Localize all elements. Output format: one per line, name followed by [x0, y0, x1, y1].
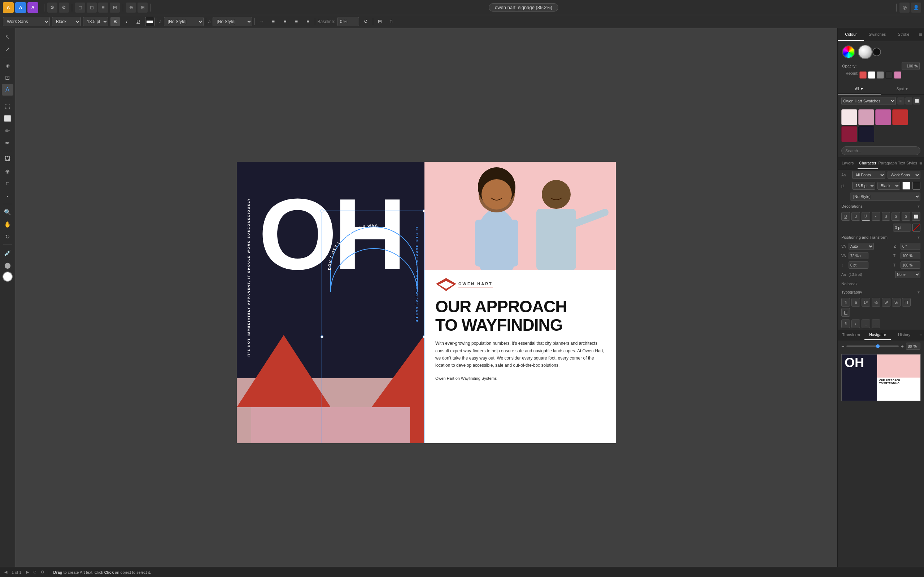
t-input[interactable] — [901, 252, 921, 259]
tab-swatches[interactable]: Swatches — [864, 28, 890, 41]
direct-select-tool[interactable]: ↗ — [2, 43, 13, 55]
align-btn[interactable]: ⊕ — [126, 3, 136, 13]
swatches-tab-spot[interactable]: Spot ▼ — [881, 84, 924, 95]
select-tool[interactable]: ↖ — [2, 31, 13, 43]
pan-tool[interactable]: ✋ — [2, 219, 13, 230]
char-size-select[interactable]: 13.5 pt — [852, 182, 875, 190]
panel-menu-btn[interactable]: ≡ — [917, 28, 924, 41]
zoom-minus-btn[interactable]: − — [842, 343, 844, 349]
app-logo-1[interactable]: A — [3, 2, 14, 13]
deco-strike-1[interactable]: S — [882, 212, 890, 221]
tab-text-styles[interactable]: Text Styles — [898, 157, 918, 169]
document-title-btn[interactable]: owen hart_signage (89.2%) — [489, 3, 558, 11]
deco-underline-3[interactable]: U — [861, 212, 870, 221]
settings-btn-2[interactable]: ⚙ — [59, 3, 69, 13]
grid-btn[interactable]: ⊞ — [137, 3, 148, 13]
swatch-dark-red[interactable] — [842, 126, 857, 142]
char-no-style-select[interactable]: [No Style] — [850, 193, 921, 200]
swatch-dark-navy[interactable] — [858, 126, 874, 142]
va2-input[interactable] — [848, 252, 868, 259]
typo-fi[interactable]: fi — [842, 298, 850, 306]
typo-tt2[interactable]: T͜T — [842, 308, 850, 317]
canvas-area[interactable]: OH IT'S NOT IMMEDIATELY APPARENT, IT SHO… — [15, 28, 837, 577]
fill-tool[interactable]: ⬩ — [2, 190, 13, 201]
deco-underline-1[interactable]: U — [842, 212, 850, 221]
zoom-plus-btn[interactable]: + — [901, 343, 904, 349]
settings-btn-1[interactable]: ⚙ — [47, 3, 57, 13]
swatches-large-view[interactable]: ⬜ — [913, 97, 921, 105]
tab-navigator[interactable]: Navigator — [864, 330, 891, 340]
t2-input[interactable] — [901, 261, 921, 269]
fill-color-tool[interactable]: ⬤ — [2, 259, 13, 271]
share-btn[interactable]: ◎ — [900, 3, 909, 13]
typo-extra-3[interactable]: _ — [861, 319, 870, 328]
nav-zoom-input[interactable] — [906, 343, 921, 350]
char-style-select-2[interactable]: Black — [877, 182, 900, 190]
colour-circle-white[interactable] — [858, 45, 872, 59]
typo-italic[interactable]: a — [851, 298, 860, 306]
place-tool[interactable]: ⊕ — [2, 166, 13, 177]
swatch-medium-pink[interactable] — [858, 109, 874, 125]
prev-page-btn[interactable]: ◀ — [4, 570, 7, 574]
typo-super[interactable]: 1st — [861, 298, 870, 306]
swatch-red[interactable] — [892, 109, 908, 125]
char-color-swatch-white[interactable] — [902, 182, 910, 190]
view-btn-2[interactable]: ◻ — [87, 3, 97, 13]
app-logo-2[interactable]: A — [15, 2, 26, 13]
transform-tool[interactable]: ⊡ — [2, 72, 13, 83]
rotate-tool[interactable]: ↻ — [2, 231, 13, 242]
user-btn[interactable]: 👤 — [911, 3, 921, 13]
sel-handle-ml[interactable] — [320, 335, 323, 338]
typo-extra-1[interactable]: fi — [842, 319, 850, 328]
align-left-btn[interactable]: ≡ — [268, 17, 278, 26]
next-page-btn[interactable]: ▶ — [26, 570, 29, 574]
opacity-input[interactable] — [901, 62, 920, 70]
bold-button[interactable]: B — [110, 17, 120, 26]
char-style-select[interactable]: [No Style] — [164, 17, 204, 26]
recent-color-5[interactable] — [894, 71, 901, 79]
deco-size-input[interactable] — [893, 224, 911, 232]
recent-color-4[interactable] — [885, 71, 893, 79]
text-tool[interactable]: A — [2, 84, 13, 95]
kern-input[interactable] — [848, 261, 868, 269]
transform-text-btn[interactable]: ⊞ — [375, 17, 385, 26]
node-tool[interactable]: ◈ — [2, 60, 13, 71]
frame-tool[interactable]: ⬚ — [2, 100, 13, 112]
swatches-tab-all[interactable]: All ▼ — [838, 84, 881, 95]
tracking-btn[interactable]: ↔ — [257, 17, 267, 26]
swatch-magenta[interactable] — [875, 109, 891, 125]
view-btn-1[interactable]: ◻ — [75, 3, 85, 13]
deco-underline-2[interactable]: U — [851, 212, 860, 221]
italic-button[interactable]: I — [122, 17, 131, 26]
baseline-input[interactable] — [338, 17, 359, 26]
page-settings-btn[interactable]: ⚙ — [41, 570, 44, 574]
typo-extra-4[interactable]: … — [872, 319, 880, 328]
para-style-select[interactable]: [No Style] — [213, 17, 252, 26]
typo-half[interactable]: ½ — [872, 298, 880, 306]
footer-link[interactable]: Owen Hart on Wayfinding Systems — [435, 376, 497, 382]
pen-tool[interactable]: ✒ — [2, 137, 13, 148]
typo-tt[interactable]: TT — [902, 298, 911, 306]
angle-input[interactable] — [901, 243, 921, 250]
zoom-tool[interactable]: 🔍 — [2, 206, 13, 218]
font-size-select[interactable]: 13.5 pt — [83, 17, 108, 26]
view-btn-3[interactable]: ≡ — [98, 3, 108, 13]
colour-circle-dark[interactable] — [872, 48, 881, 56]
pencil-tool[interactable]: ✏ — [2, 125, 13, 136]
tab-colour[interactable]: Colour — [838, 28, 864, 41]
recent-color-3[interactable] — [877, 71, 884, 79]
tab-history[interactable]: History — [891, 330, 918, 340]
char-font-family-select[interactable]: All Fonts — [852, 171, 885, 179]
reset-btn[interactable]: ↺ — [361, 17, 371, 26]
deco-box[interactable]: ⬜ — [912, 212, 921, 221]
tab-layers[interactable]: Layers — [838, 157, 858, 169]
underline-button[interactable]: U — [134, 17, 143, 26]
colour-wheel[interactable] — [842, 45, 855, 58]
font-family-select[interactable]: Work Sans — [3, 17, 50, 26]
swatches-grid-view[interactable]: ⊞ — [897, 97, 905, 105]
positioning-header[interactable]: Positioning and Transform ▼ — [838, 233, 924, 242]
nav-zoom-slider[interactable] — [846, 345, 899, 347]
opentype-btn[interactable]: fi — [387, 17, 396, 26]
typo-smallcaps[interactable]: Sₜ — [892, 298, 901, 306]
typography-header[interactable]: Typography ▼ — [838, 288, 924, 297]
